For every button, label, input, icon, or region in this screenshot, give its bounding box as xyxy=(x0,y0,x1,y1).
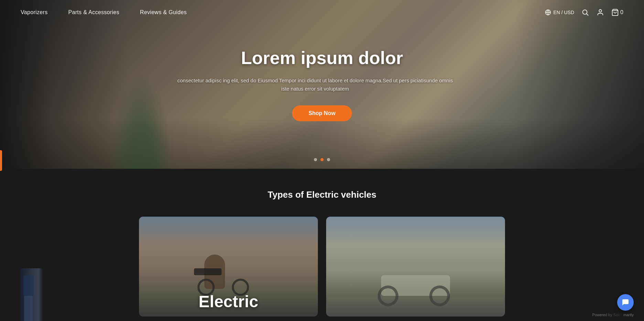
language-selector[interactable]: EN / USD xyxy=(545,9,574,15)
navbar: Vaporizers Parts & Accessories Reviews &… xyxy=(0,0,644,25)
nav-link-parts[interactable]: Parts & Accessories xyxy=(68,9,119,15)
nav-link-vaporizers[interactable]: Vaporizers xyxy=(21,9,48,15)
slide-dot-1[interactable] xyxy=(314,158,317,161)
svg-point-4 xyxy=(599,10,601,12)
hero-title: Lorem ipsum dolor xyxy=(174,48,470,68)
account-icon[interactable] xyxy=(596,8,604,17)
hero-section: Lorem ipsum dolor consectetur adipisc in… xyxy=(0,0,644,169)
lang-label: EN / USD xyxy=(553,10,574,15)
svg-point-2 xyxy=(583,10,587,14)
search-icon[interactable] xyxy=(581,8,589,17)
electric-bike-card[interactable]: Electric xyxy=(139,217,318,317)
nav-item-parts[interactable]: Parts & Accessories xyxy=(68,9,119,15)
cart-icon-wrapper[interactable]: 0 xyxy=(611,9,623,16)
hero-content: Lorem ipsum dolor consectetur adipisc in… xyxy=(174,48,470,121)
electric-scooter-card[interactable] xyxy=(326,217,505,317)
vehicle-cards-row: Electric xyxy=(21,217,623,317)
hero-dots xyxy=(314,158,330,161)
hero-plant-decoration xyxy=(110,72,172,169)
left-partial-card xyxy=(21,268,43,321)
shop-now-button[interactable]: Shop Now xyxy=(292,105,352,121)
nav-item-reviews[interactable]: Reviews & Guides xyxy=(140,9,187,15)
cart-icon xyxy=(611,9,619,16)
nav-links: Vaporizers Parts & Accessories Reviews &… xyxy=(21,9,187,15)
electric-bike-label: Electric xyxy=(139,292,318,311)
chat-widget[interactable] xyxy=(617,294,634,311)
electric-vehicles-section: Types of Electric vehicles xyxy=(0,169,644,321)
nav-link-reviews[interactable]: Reviews & Guides xyxy=(140,9,187,15)
nav-item-vaporizers[interactable]: Vaporizers xyxy=(21,9,48,15)
svg-line-3 xyxy=(587,14,588,15)
hero-subtitle: consectetur adipisc ing elit, sed do Eiu… xyxy=(174,76,456,93)
slide-dot-3[interactable] xyxy=(327,158,330,161)
orange-sidebar-tab xyxy=(0,150,2,171)
chat-icon xyxy=(621,298,630,307)
slide-dot-2[interactable] xyxy=(321,158,324,161)
nav-right: EN / USD 0 xyxy=(545,8,623,17)
section-title: Types of Electric vehicles xyxy=(21,189,623,200)
globe-icon xyxy=(545,9,551,15)
cart-count: 0 xyxy=(620,9,623,15)
